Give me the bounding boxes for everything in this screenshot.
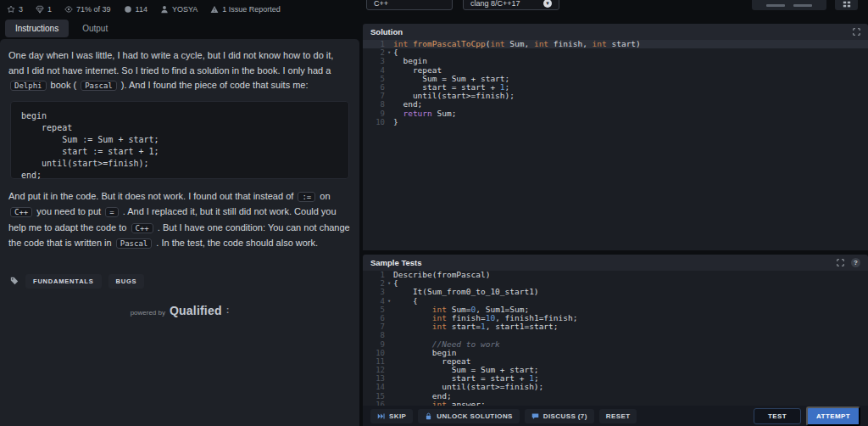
- code-text: Describe(fromPascal): [393, 271, 490, 279]
- completion-text: 71% of 39: [76, 5, 111, 14]
- line-number: 7: [363, 322, 385, 331]
- paragraph-text: And put it in the code. But it does not …: [8, 191, 296, 201]
- fold-gutter: [385, 392, 393, 401]
- tab-output[interactable]: Output: [72, 20, 118, 37]
- action-bar: SKIP UNLOCK SOLUTIONS DISCUSS (7) RESET …: [363, 406, 868, 426]
- line-number: 11: [363, 357, 385, 366]
- solution-editor[interactable]: 1int fromPascalToCpp(int Sum, int finish…: [363, 40, 868, 250]
- lock-icon: [425, 412, 432, 420]
- code-text: return Sum;: [393, 109, 456, 118]
- tab-instructions[interactable]: Instructions: [5, 20, 69, 37]
- inline-code: =: [105, 207, 118, 217]
- stat-stars: 3: [7, 5, 23, 14]
- left-tab-bar: Instructions Output: [0, 17, 359, 39]
- inline-code: Delphi: [10, 81, 47, 91]
- line-number: 1: [363, 271, 385, 279]
- fold-gutter: [385, 100, 393, 109]
- fold-gutter: [385, 271, 393, 279]
- solution-title: Solution: [370, 27, 403, 36]
- paragraph-text: book (: [48, 80, 80, 90]
- code-line[interactable]: 1int fromPascalToCpp(int Sum, int finish…: [363, 40, 868, 48]
- kata-stats-bar: 3 1 71% of 39 114 YOSYA 1 Issue Reported: [0, 0, 359, 17]
- paragraph-text: One day when I was little, I had to writ…: [8, 50, 333, 76]
- stat-issues[interactable]: 1 Issue Reported: [210, 5, 281, 14]
- fold-caret-icon[interactable]: ▾: [385, 48, 393, 57]
- code-line[interactable]: 7 int start=1, start1=start;: [363, 322, 868, 331]
- line-number: 2: [363, 48, 385, 57]
- code-line[interactable]: 1Describe(fromPascal): [363, 271, 868, 279]
- sample-tests-panel-header: Sample Tests ?: [363, 255, 868, 271]
- tag-bugs[interactable]: BUGS: [108, 274, 145, 289]
- top-right-button[interactable]: [752, 0, 826, 10]
- fold-gutter: [385, 383, 393, 391]
- language-select[interactable]: C++: [366, 0, 453, 10]
- gems-count: 1: [47, 5, 52, 14]
- line-number: 9: [363, 109, 385, 118]
- solution-panel-header: Solution: [363, 24, 868, 40]
- fold-gutter: [385, 322, 393, 331]
- fold-gutter: [385, 349, 393, 357]
- fold-gutter: [385, 40, 393, 48]
- line-number: 8: [363, 100, 385, 109]
- line-number: 14: [363, 383, 385, 391]
- line-number: 3: [363, 57, 385, 65]
- stat-completion: 71% of 39: [64, 5, 111, 14]
- code-line[interactable]: 10}: [363, 118, 868, 126]
- code-line[interactable]: 2▾{: [363, 48, 868, 57]
- qualified-logo-dots: :: [226, 305, 230, 315]
- line-number: 6: [363, 83, 385, 92]
- line-number: 6: [363, 314, 385, 322]
- fold-gutter: [385, 374, 393, 383]
- reset-button[interactable]: RESET: [599, 409, 637, 423]
- skip-label: SKIP: [389, 412, 406, 420]
- reset-label: RESET: [606, 412, 631, 420]
- fold-gutter: [385, 57, 393, 65]
- author-name: YOSYA: [172, 5, 198, 14]
- powered-by-qualified: powered by Qualified :: [8, 304, 351, 317]
- gem-icon: [36, 5, 44, 14]
- paragraph-text: on: [317, 191, 330, 201]
- grid-icon: [843, 1, 851, 8]
- chevron-down-icon: ▾: [543, 0, 552, 8]
- right-panel: C++ clang 8/C++17 ▾ Solution 1int fromPa…: [363, 0, 868, 426]
- unlock-solutions-button[interactable]: UNLOCK SOLUTIONS: [418, 409, 520, 423]
- line-number: 15: [363, 392, 385, 401]
- tag-fundamentals[interactable]: FUNDAMENTALS: [25, 274, 102, 289]
- version-select[interactable]: clang 8/C++17 ▾: [463, 0, 559, 10]
- paragraph-text: ). And I found the piece of code that su…: [119, 80, 309, 90]
- attempt-button[interactable]: ATTEMPT: [806, 406, 860, 426]
- instructions-panel: One day when I was little, I had to writ…: [0, 39, 359, 426]
- top-right-icon-button[interactable]: [835, 0, 858, 10]
- stat-gems: 1: [36, 5, 52, 14]
- line-number: 12: [363, 366, 385, 374]
- fold-caret-icon[interactable]: ▾: [385, 297, 393, 305]
- discuss-button[interactable]: DISCUSS (7): [525, 409, 594, 423]
- line-number: 3: [363, 288, 385, 296]
- left-panel: 3 1 71% of 39 114 YOSYA 1 Issue Reported: [0, 0, 359, 426]
- pascal-code-block: begin repeat Sum := Sum + start; start :…: [10, 101, 349, 179]
- fold-gutter: [385, 66, 393, 75]
- line-number: 4: [363, 66, 385, 75]
- fold-gutter: [385, 340, 393, 349]
- code-line[interactable]: 3 It(Sum_from0_to_10_start1): [363, 288, 868, 296]
- qualified-logo[interactable]: Qualified: [170, 304, 222, 317]
- help-icon[interactable]: ?: [851, 258, 860, 267]
- skip-button[interactable]: SKIP: [370, 409, 413, 423]
- expand-icon[interactable]: [853, 28, 860, 36]
- fold-caret-icon[interactable]: ▾: [385, 279, 393, 288]
- code-line[interactable]: 7 until(start>=finish);: [363, 92, 868, 100]
- expand-icon[interactable]: [837, 259, 844, 266]
- inline-code: C++: [131, 223, 153, 233]
- inline-code: :=: [298, 192, 315, 202]
- sample-tests-editor[interactable]: 1Describe(fromPascal)2▾{3 It(Sum_from0_t…: [363, 271, 868, 406]
- test-button[interactable]: TEST: [754, 408, 801, 424]
- fold-gutter: [385, 366, 393, 374]
- code-text: int start=1, start1=start;: [393, 322, 559, 331]
- paragraph-text: . In the test, the code should also work…: [153, 238, 318, 248]
- code-line[interactable]: 9 return Sum;: [363, 109, 868, 118]
- skip-icon: [377, 412, 385, 420]
- powered-by-label: powered by: [131, 309, 165, 317]
- fold-gutter: [385, 357, 393, 366]
- sample-tests-title: Sample Tests: [370, 258, 422, 267]
- stat-author[interactable]: YOSYA: [160, 5, 198, 14]
